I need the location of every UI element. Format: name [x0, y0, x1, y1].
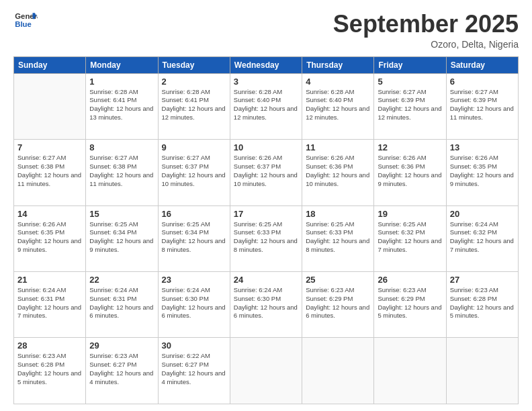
- day-info: Sunrise: 6:28 AMSunset: 6:40 PMDaylight:…: [306, 88, 370, 122]
- calendar-cell: 4Sunrise: 6:28 AMSunset: 6:40 PMDaylight…: [302, 73, 374, 139]
- day-number: 27: [450, 275, 515, 285]
- day-number: 7: [17, 142, 82, 152]
- calendar-cell: [14, 73, 86, 139]
- col-saturday: Saturday: [446, 56, 518, 73]
- day-info: Sunrise: 6:25 AMSunset: 6:32 PMDaylight:…: [378, 220, 442, 255]
- calendar-week-2: 14Sunrise: 6:26 AMSunset: 6:35 PMDayligh…: [14, 205, 519, 271]
- day-number: 1: [89, 77, 154, 87]
- calendar-week-3: 21Sunrise: 6:24 AMSunset: 6:31 PMDayligh…: [14, 272, 519, 338]
- day-number: 14: [17, 209, 82, 219]
- calendar-cell: 30Sunrise: 6:22 AMSunset: 6:27 PMDayligh…: [158, 338, 230, 404]
- col-friday: Friday: [374, 56, 446, 73]
- day-info: Sunrise: 6:27 AMSunset: 6:39 PMDaylight:…: [450, 88, 515, 122]
- day-number: 29: [89, 340, 154, 351]
- day-number: 6: [450, 77, 515, 87]
- day-number: 10: [234, 142, 298, 152]
- day-info: Sunrise: 6:26 AMSunset: 6:35 PMDaylight:…: [17, 220, 82, 255]
- day-number: 20: [450, 209, 515, 219]
- day-number: 21: [17, 275, 82, 285]
- svg-text:Blue: Blue: [15, 20, 32, 28]
- calendar-cell: 1Sunrise: 6:28 AMSunset: 6:41 PMDaylight…: [86, 73, 158, 139]
- day-number: 4: [306, 77, 370, 87]
- day-number: 16: [162, 209, 226, 219]
- calendar-cell: 19Sunrise: 6:25 AMSunset: 6:32 PMDayligh…: [374, 205, 446, 271]
- day-number: 17: [234, 209, 298, 219]
- calendar-cell: 6Sunrise: 6:27 AMSunset: 6:39 PMDaylight…: [446, 73, 518, 139]
- calendar-cell: 20Sunrise: 6:24 AMSunset: 6:32 PMDayligh…: [446, 205, 518, 271]
- day-info: Sunrise: 6:23 AMSunset: 6:27 PMDaylight:…: [89, 352, 154, 386]
- title-block: September 2025 Ozoro, Delta, Nigeria: [333, 11, 519, 50]
- day-number: 18: [306, 209, 370, 219]
- day-number: 28: [17, 340, 82, 351]
- day-info: Sunrise: 6:24 AMSunset: 6:31 PMDaylight:…: [89, 286, 154, 320]
- day-info: Sunrise: 6:23 AMSunset: 6:28 PMDaylight:…: [17, 352, 82, 386]
- calendar-week-0: 1Sunrise: 6:28 AMSunset: 6:41 PMDaylight…: [14, 73, 519, 139]
- day-number: 3: [234, 77, 298, 87]
- day-number: 8: [89, 142, 154, 152]
- day-number: 11: [306, 142, 370, 152]
- calendar-cell: 25Sunrise: 6:23 AMSunset: 6:29 PMDayligh…: [302, 272, 374, 338]
- day-info: Sunrise: 6:28 AMSunset: 6:41 PMDaylight:…: [89, 88, 154, 122]
- day-info: Sunrise: 6:28 AMSunset: 6:40 PMDaylight:…: [234, 88, 298, 122]
- calendar-cell: 5Sunrise: 6:27 AMSunset: 6:39 PMDaylight…: [374, 73, 446, 139]
- day-info: Sunrise: 6:23 AMSunset: 6:28 PMDaylight:…: [450, 286, 515, 320]
- calendar-cell: 14Sunrise: 6:26 AMSunset: 6:35 PMDayligh…: [14, 205, 86, 271]
- day-number: 5: [378, 77, 442, 87]
- day-number: 13: [450, 142, 515, 152]
- day-info: Sunrise: 6:27 AMSunset: 6:38 PMDaylight:…: [89, 154, 154, 188]
- day-info: Sunrise: 6:25 AMSunset: 6:33 PMDaylight:…: [306, 220, 370, 255]
- day-info: Sunrise: 6:27 AMSunset: 6:38 PMDaylight:…: [17, 154, 82, 188]
- calendar-cell: 16Sunrise: 6:25 AMSunset: 6:34 PMDayligh…: [158, 205, 230, 271]
- calendar-cell: [230, 338, 302, 404]
- svg-marker-3: [33, 13, 36, 19]
- location: Ozoro, Delta, Nigeria: [333, 39, 519, 50]
- day-info: Sunrise: 6:24 AMSunset: 6:30 PMDaylight:…: [162, 286, 226, 320]
- logo: General Blue: [13, 11, 38, 30]
- calendar-week-1: 7Sunrise: 6:27 AMSunset: 6:38 PMDaylight…: [14, 140, 519, 205]
- calendar-cell: 23Sunrise: 6:24 AMSunset: 6:30 PMDayligh…: [158, 272, 230, 338]
- calendar-cell: 27Sunrise: 6:23 AMSunset: 6:28 PMDayligh…: [446, 272, 518, 338]
- day-info: Sunrise: 6:26 AMSunset: 6:36 PMDaylight:…: [378, 154, 442, 188]
- calendar-cell: 28Sunrise: 6:23 AMSunset: 6:28 PMDayligh…: [14, 338, 86, 404]
- page: General Blue September 2025 Ozoro, Delta…: [0, 0, 532, 411]
- col-thursday: Thursday: [302, 56, 374, 73]
- calendar-cell: 15Sunrise: 6:25 AMSunset: 6:34 PMDayligh…: [86, 205, 158, 271]
- day-info: Sunrise: 6:26 AMSunset: 6:37 PMDaylight:…: [234, 154, 298, 188]
- day-number: 22: [89, 275, 154, 285]
- day-info: Sunrise: 6:28 AMSunset: 6:41 PMDaylight:…: [162, 88, 226, 122]
- day-info: Sunrise: 6:25 AMSunset: 6:34 PMDaylight:…: [89, 220, 154, 255]
- calendar-cell: 8Sunrise: 6:27 AMSunset: 6:38 PMDaylight…: [86, 140, 158, 205]
- calendar-cell: 11Sunrise: 6:26 AMSunset: 6:36 PMDayligh…: [302, 140, 374, 205]
- calendar-cell: 29Sunrise: 6:23 AMSunset: 6:27 PMDayligh…: [86, 338, 158, 404]
- day-info: Sunrise: 6:23 AMSunset: 6:29 PMDaylight:…: [378, 286, 442, 320]
- day-info: Sunrise: 6:26 AMSunset: 6:35 PMDaylight:…: [450, 154, 515, 188]
- day-number: 9: [162, 142, 226, 152]
- day-number: 15: [89, 209, 154, 219]
- calendar-cell: [302, 338, 374, 404]
- header: General Blue September 2025 Ozoro, Delta…: [13, 11, 519, 50]
- calendar-cell: 22Sunrise: 6:24 AMSunset: 6:31 PMDayligh…: [86, 272, 158, 338]
- day-number: 12: [378, 142, 442, 152]
- day-info: Sunrise: 6:25 AMSunset: 6:33 PMDaylight:…: [234, 220, 298, 255]
- day-info: Sunrise: 6:24 AMSunset: 6:32 PMDaylight:…: [450, 220, 515, 255]
- day-info: Sunrise: 6:22 AMSunset: 6:27 PMDaylight:…: [162, 352, 226, 386]
- calendar-cell: 2Sunrise: 6:28 AMSunset: 6:41 PMDaylight…: [158, 73, 230, 139]
- calendar-header-row: Sunday Monday Tuesday Wednesday Thursday…: [14, 56, 519, 73]
- col-sunday: Sunday: [14, 56, 86, 73]
- col-wednesday: Wednesday: [230, 56, 302, 73]
- calendar-cell: [374, 338, 446, 404]
- day-info: Sunrise: 6:24 AMSunset: 6:30 PMDaylight:…: [234, 286, 298, 320]
- day-number: 23: [162, 275, 226, 285]
- calendar-cell: 10Sunrise: 6:26 AMSunset: 6:37 PMDayligh…: [230, 140, 302, 205]
- calendar-cell: 24Sunrise: 6:24 AMSunset: 6:30 PMDayligh…: [230, 272, 302, 338]
- calendar-cell: 12Sunrise: 6:26 AMSunset: 6:36 PMDayligh…: [374, 140, 446, 205]
- calendar-cell: 21Sunrise: 6:24 AMSunset: 6:31 PMDayligh…: [14, 272, 86, 338]
- day-number: 25: [306, 275, 370, 285]
- calendar-week-4: 28Sunrise: 6:23 AMSunset: 6:28 PMDayligh…: [14, 338, 519, 404]
- day-info: Sunrise: 6:27 AMSunset: 6:37 PMDaylight:…: [162, 154, 226, 188]
- col-monday: Monday: [86, 56, 158, 73]
- calendar-cell: 3Sunrise: 6:28 AMSunset: 6:40 PMDaylight…: [230, 73, 302, 139]
- day-number: 2: [162, 77, 226, 87]
- day-number: 19: [378, 209, 442, 219]
- calendar-cell: 13Sunrise: 6:26 AMSunset: 6:35 PMDayligh…: [446, 140, 518, 205]
